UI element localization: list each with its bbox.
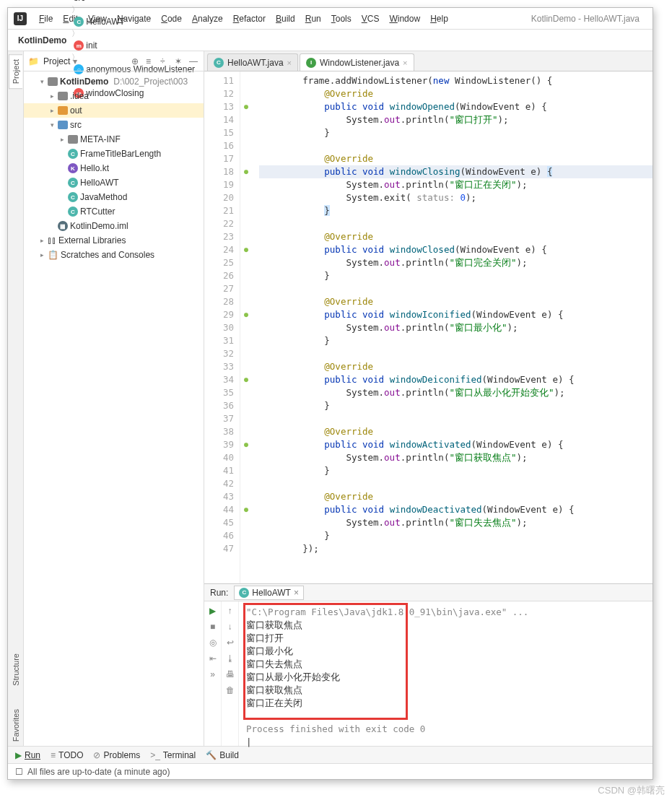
menu-help[interactable]: Help [425, 11, 453, 27]
main-area: Project Structure Favorites 📁 Project ▾ … [8, 51, 653, 746]
run-config-tab[interactable]: C HelloAWT × [234, 586, 304, 600]
side-tab-project[interactable]: Project [9, 54, 22, 89]
side-tab-favorites[interactable]: Favorites [9, 705, 22, 746]
menu-vcs[interactable]: VCS [357, 11, 385, 27]
bottom-tab-terminal[interactable]: >_Terminal [150, 750, 196, 760]
project-panel-header: 📁 Project ▾ ⊕ ≡ ÷ ✶ — [24, 51, 204, 71]
menu-tools[interactable]: Tools [326, 11, 357, 27]
breadcrumb-root[interactable]: KotlinDemo [15, 34, 69, 47]
project-view-selector[interactable]: Project ▾ [43, 56, 77, 66]
tree-row[interactable]: ▸out [24, 103, 204, 118]
console-line: 窗口打开 [246, 632, 645, 645]
more-icon[interactable]: » [210, 669, 215, 679]
breadcrumb: KotlinDemo 〉src〉CHelloAWT〉minit〉○anonymo… [8, 30, 653, 51]
tree-row[interactable]: CHelloAWT [24, 175, 204, 190]
locate-icon[interactable]: ⊕ [131, 56, 141, 66]
run-tool-window: Run: C HelloAWT × ▶ ■ ◎ ⇤ » [204, 583, 653, 746]
tree-row[interactable]: ▾KotlinDemoD:\002_Project\003 [24, 74, 204, 89]
wrap-icon[interactable]: ↩ [227, 638, 234, 648]
project-tree[interactable]: ▾KotlinDemoD:\002_Project\003▸.idea▸out▾… [24, 71, 204, 746]
console-line: 窗口最小化 [246, 645, 645, 658]
bottom-tab-todo[interactable]: ≡TODO [51, 750, 83, 760]
console-line: 窗口失去焦点 [246, 658, 645, 671]
status-text: All files are up-to-date (a minute ago) [27, 767, 170, 777]
folder-icon [58, 121, 68, 129]
exit-icon[interactable]: ⇤ [209, 653, 217, 664]
scroll-icon[interactable]: ⭳ [226, 653, 235, 664]
class-icon: C [68, 192, 78, 202]
run-side-toolbar: ▶ ■ ◎ ⇤ » [204, 601, 222, 746]
tree-row[interactable]: KHello.kt [24, 161, 204, 175]
camera-icon[interactable]: ◎ [209, 638, 217, 648]
code-editor[interactable]: 1112131415161718192021222324252627282930… [204, 71, 653, 583]
console-line [246, 710, 645, 723]
collapse-icon[interactable]: ÷ [160, 56, 170, 66]
console-line: "C:\Program Files\Java\jdk1.8.0_91\bin\j… [246, 606, 645, 619]
bottom-tab-run[interactable]: ▶Run [15, 750, 40, 760]
editor-area: CHelloAWT.java×IWindowListener.java× 111… [204, 51, 653, 746]
code-text[interactable]: frame.addWindowListener(new WindowListen… [252, 71, 653, 583]
ide-window: IJ FileEditViewNavigateCodeAnalyzeRefact… [7, 7, 653, 780]
breadcrumb-item[interactable]: CHelloAWT [71, 15, 198, 28]
left-tool-strip: Project Structure Favorites [8, 51, 24, 746]
window-title: KotlinDemo - HelloAWT.java [531, 14, 647, 24]
menu-refactor[interactable]: Refactor [228, 11, 271, 27]
watermark: CSDN @韩曙亮 [598, 784, 665, 797]
class-icon: C [68, 206, 78, 217]
console-line: 窗口从最小化开始变化 [246, 671, 645, 684]
console-output[interactable]: "C:\Program Files\Java\jdk1.8.0_91\bin\j… [239, 601, 653, 746]
folder-icon: 📁 [28, 56, 39, 66]
folder-icon [68, 135, 78, 144]
gutter-marks [240, 71, 252, 583]
settings-icon[interactable]: ✶ [175, 56, 185, 66]
class-icon: C [68, 178, 78, 188]
rerun-icon[interactable]: ▶ [209, 606, 216, 616]
run-side-toolbar-2: ↑ ↓ ↩ ⭳ 🖶 🗑 [222, 601, 239, 746]
down-icon[interactable]: ↓ [228, 622, 232, 632]
trash-icon[interactable]: 🗑 [226, 685, 235, 695]
tree-row[interactable]: ▸📋Scratches and Consoles [24, 248, 204, 262]
bottom-tab-problems[interactable]: ⊘Problems [93, 750, 140, 760]
stop-icon[interactable]: ■ [210, 622, 215, 632]
side-tab-structure[interactable]: Structure [9, 649, 22, 690]
close-icon[interactable]: × [287, 58, 292, 67]
close-icon[interactable]: × [403, 58, 407, 67]
library-icon: ⫿⫿ [48, 235, 56, 245]
run-header: Run: C HelloAWT × [204, 584, 653, 601]
editor-tab[interactable]: CHelloAWT.java× [207, 53, 298, 71]
editor-tab[interactable]: IWindowListener.java× [300, 53, 414, 71]
breadcrumb-item[interactable]: minit [71, 39, 198, 52]
up-icon[interactable]: ↑ [228, 606, 232, 616]
tree-row[interactable]: ▾src [24, 118, 204, 132]
bottom-tab-build[interactable]: 🔨Build [206, 750, 239, 760]
kotlin-icon: K [68, 163, 78, 173]
console-line: 窗口获取焦点 [246, 619, 645, 632]
tree-row[interactable]: CFrameTitleBarLength [24, 147, 204, 161]
console-line: Process finished with exit code 0 [246, 723, 645, 736]
tree-row[interactable]: ▸META-INF [24, 132, 204, 147]
app-icon: IJ [14, 12, 27, 25]
hide-icon[interactable]: — [189, 56, 199, 66]
expand-icon[interactable]: ≡ [146, 56, 156, 66]
status-bar: ☐ All files are up-to-date (a minute ago… [8, 763, 653, 779]
tree-row[interactable]: ▦KotlinDemo.iml [24, 219, 204, 233]
breadcrumb-item[interactable]: src [71, 0, 198, 4]
tree-row[interactable]: CRTCutter [24, 204, 204, 219]
menu-build[interactable]: Build [271, 11, 300, 27]
class-icon: C [68, 149, 78, 159]
menu-file[interactable]: File [34, 11, 58, 27]
tree-row[interactable]: ▸⫿⫿External Libraries [24, 233, 204, 248]
tree-row[interactable]: CJavaMethod [24, 190, 204, 204]
tree-row[interactable]: ▸.idea [24, 89, 204, 103]
menu-window[interactable]: Window [384, 11, 425, 27]
editor-tabs: CHelloAWT.java×IWindowListener.java× [204, 51, 653, 71]
print-icon[interactable]: 🖶 [226, 669, 235, 679]
folder-icon [48, 77, 58, 86]
folder-icon [58, 106, 68, 115]
folder-icon [58, 92, 68, 100]
menu-run[interactable]: Run [300, 11, 326, 27]
project-tool-window: 📁 Project ▾ ⊕ ≡ ÷ ✶ — ▾KotlinDemoD:\002_… [24, 51, 204, 746]
run-label: Run: [210, 588, 228, 598]
class-icon: C [239, 588, 249, 598]
close-icon[interactable]: × [294, 588, 299, 598]
